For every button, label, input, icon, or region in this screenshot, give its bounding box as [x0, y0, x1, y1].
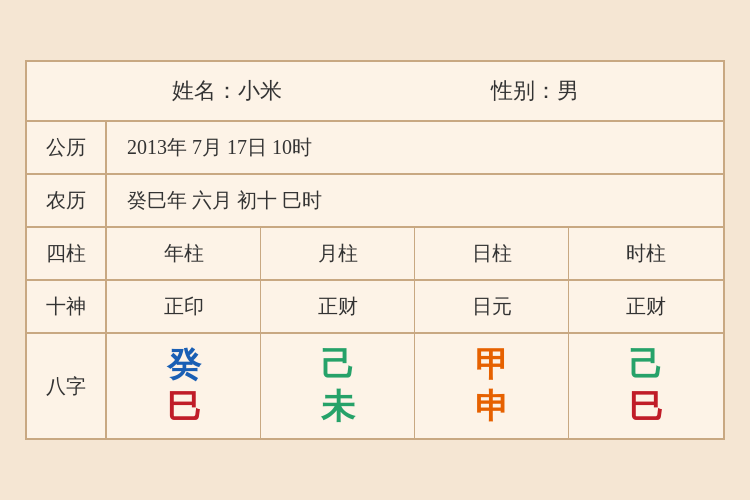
shishen-year: 正印 — [107, 281, 261, 332]
lunar-value: 癸巳年 六月 初十 巳时 — [107, 175, 723, 226]
bazhi-row: 八字 癸 巳 己 未 甲 申 己 巳 — [27, 334, 723, 438]
pillars-label: 四柱 — [27, 228, 107, 279]
pillar-hour: 时柱 — [569, 228, 723, 279]
shishen-month: 正财 — [261, 281, 415, 332]
bazhi-label: 八字 — [27, 334, 107, 438]
solar-row: 公历 2013年 7月 17日 10时 — [27, 122, 723, 175]
bazhi-year: 癸 巳 — [107, 334, 261, 438]
lunar-label: 农历 — [27, 175, 107, 226]
bazhi-month: 己 未 — [261, 334, 415, 438]
gender-field: 性别：男 — [491, 76, 579, 106]
gender-label: 性别：男 — [491, 76, 579, 106]
shishen-label: 十神 — [27, 281, 107, 332]
name-field: 姓名：小米 — [172, 76, 282, 106]
solar-label: 公历 — [27, 122, 107, 173]
bazhi-year-top: 癸 — [167, 348, 201, 382]
bazhi-month-top: 己 — [321, 348, 355, 382]
bazhi-grid: 癸 巳 己 未 甲 申 己 巳 — [107, 334, 723, 438]
lunar-row: 农历 癸巳年 六月 初十 巳时 — [27, 175, 723, 228]
shishen-hour: 正财 — [569, 281, 723, 332]
solar-value: 2013年 7月 17日 10时 — [107, 122, 723, 173]
bazhi-day-bottom: 申 — [475, 390, 509, 424]
pillar-year: 年柱 — [107, 228, 261, 279]
bazhi-day-top: 甲 — [475, 348, 509, 382]
bazhi-hour: 己 巳 — [569, 334, 723, 438]
name-label: 姓名：小米 — [172, 76, 282, 106]
shishen-row: 十神 正印 正财 日元 正财 — [27, 281, 723, 334]
pillars-grid: 年柱 月柱 日柱 时柱 — [107, 228, 723, 279]
pillar-month: 月柱 — [261, 228, 415, 279]
bazhi-day: 甲 申 — [415, 334, 569, 438]
bazhi-month-bottom: 未 — [321, 390, 355, 424]
shishen-day: 日元 — [415, 281, 569, 332]
header-row: 姓名：小米 性别：男 — [27, 62, 723, 122]
shishen-grid: 正印 正财 日元 正财 — [107, 281, 723, 332]
main-container: 姓名：小米 性别：男 公历 2013年 7月 17日 10时 农历 癸巳年 六月… — [25, 60, 725, 440]
bazhi-hour-bottom: 巳 — [629, 390, 663, 424]
bazhi-year-bottom: 巳 — [167, 390, 201, 424]
pillars-row: 四柱 年柱 月柱 日柱 时柱 — [27, 228, 723, 281]
bazhi-hour-top: 己 — [629, 348, 663, 382]
pillar-day: 日柱 — [415, 228, 569, 279]
